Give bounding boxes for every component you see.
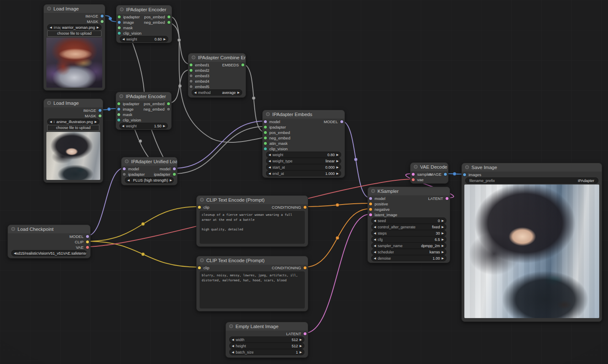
wire-handle[interactable]: [354, 158, 357, 161]
clip-input-port[interactable]: [198, 206, 201, 209]
image-input-port[interactable]: [117, 108, 120, 111]
widget-sampler_name[interactable]: ◀sampler_namedpmpp_2m▶: [371, 243, 446, 249]
widget-weight[interactable]: ◀weight1.50▶: [119, 123, 168, 129]
increment-arrow[interactable]: ▶: [337, 164, 339, 170]
increment-arrow[interactable]: ▶: [300, 337, 302, 342]
CONDITIONING-output-port[interactable]: [304, 206, 307, 209]
model-input-port[interactable]: [264, 120, 267, 123]
collapse-icon[interactable]: [120, 8, 124, 11]
collapse-icon[interactable]: [414, 165, 418, 169]
images-input-port[interactable]: [463, 173, 466, 176]
increment-arrow[interactable]: ▶: [442, 218, 444, 223]
ipadapter-output-port[interactable]: [173, 173, 176, 176]
positive-input-port[interactable]: [369, 202, 372, 205]
widget-weight[interactable]: ◀weight0.60▶: [120, 36, 168, 42]
widget-weight[interactable]: ◀weight0.80▶: [266, 152, 341, 158]
collapse-icon[interactable]: [47, 7, 51, 10]
increment-arrow[interactable]: ▶: [442, 237, 444, 242]
widget-image[interactable]: ◀imagewarrior_woman.png▶: [47, 24, 101, 30]
node-titlebar[interactable]: Load Image: [44, 99, 103, 107]
widget-weight_type[interactable]: ◀weight_typelinear▶: [266, 158, 341, 164]
image-input-port[interactable]: [118, 21, 121, 24]
decrement-arrow[interactable]: ◀: [269, 164, 271, 170]
widget-method[interactable]: ◀methodaverage▶: [192, 89, 242, 96]
clip_vision-input-port[interactable]: [117, 119, 120, 121]
CONDITIONING-output-port[interactable]: [304, 266, 307, 269]
node-ipadapter-combine-embeds[interactable]: IPAdapter Combine Embedsembed1embed2embe…: [188, 53, 246, 98]
collapse-icon[interactable]: [465, 165, 469, 169]
node-ipadapter-embeds[interactable]: IPAdapter Embedsmodelipadapterpos_embedn…: [262, 110, 345, 178]
increment-arrow[interactable]: ▶: [163, 123, 165, 129]
wire-handle[interactable]: [107, 108, 111, 111]
node-titlebar[interactable]: CLIP Text Encode (Prompt): [197, 196, 308, 204]
decrement-arrow[interactable]: ◀: [122, 36, 124, 42]
increment-arrow[interactable]: ▶: [164, 36, 166, 42]
increment-arrow[interactable]: ▶: [238, 90, 240, 95]
increment-arrow[interactable]: ▶: [337, 171, 339, 176]
decrement-arrow[interactable]: ◀: [122, 123, 124, 129]
collapse-icon[interactable]: [192, 56, 195, 59]
embed1-input-port[interactable]: [190, 63, 193, 66]
MODEL-output-port[interactable]: [340, 120, 343, 123]
decrement-arrow[interactable]: ◀: [374, 249, 376, 255]
decrement-arrow[interactable]: ◀: [374, 230, 376, 236]
widget-steps[interactable]: ◀steps30▶: [371, 230, 446, 236]
collapse-icon[interactable]: [200, 198, 204, 202]
model-output-port[interactable]: [173, 167, 176, 170]
VAE-output-port[interactable]: [86, 246, 89, 249]
node-load-checkpoint[interactable]: Load CheckpointMODELCLIPVAE◀sd15/realist…: [8, 225, 91, 258]
pos_embed-output-port[interactable]: [167, 102, 170, 105]
vae-input-port[interactable]: [412, 178, 415, 181]
increment-arrow[interactable]: ▶: [95, 119, 97, 124]
node-titlebar[interactable]: IPAdapter Encoder: [116, 92, 171, 101]
widget-value[interactable]: ◀sd15/realisticVisionV51_v51VAE.safetens…: [11, 250, 87, 256]
choose-file-button[interactable]: choose file to upload: [47, 125, 99, 131]
IMAGE-output-port[interactable]: [444, 173, 447, 176]
model-input-port[interactable]: [369, 197, 372, 200]
node-titlebar[interactable]: Save Image: [462, 163, 602, 172]
node-ipadapter-unified-loader[interactable]: IPAdapter Unified Loadermodelipadaptermo…: [121, 157, 177, 185]
wire-handle[interactable]: [142, 222, 145, 226]
wire-handle[interactable]: [336, 203, 339, 207]
decrement-arrow[interactable]: ◀: [269, 152, 271, 157]
embed3-input-port[interactable]: [190, 74, 193, 77]
MASK-output-port[interactable]: [101, 20, 104, 23]
EMBEDS-output-port[interactable]: [241, 63, 244, 66]
node-graph-canvas[interactable]: Load ImageIMAGEMASK◀imagewarrior_woman.p…: [0, 0, 608, 364]
decrement-arrow[interactable]: ◀: [232, 343, 234, 349]
wire-handle[interactable]: [142, 253, 145, 256]
increment-arrow[interactable]: ▶: [170, 177, 172, 183]
model-input-port[interactable]: [123, 167, 126, 170]
increment-arrow[interactable]: ▶: [442, 255, 444, 261]
prompt-textarea[interactable]: blurry, noisy, messy, lowres, jpeg, arti…: [200, 271, 305, 308]
prompt-textarea[interactable]: closeup of a fierce warrior woman wearin…: [200, 211, 305, 244]
decrement-arrow[interactable]: ◀: [50, 119, 52, 124]
choose-file-button[interactable]: choose file to upload: [47, 30, 101, 37]
ipadapter-input-port[interactable]: [123, 173, 126, 176]
collapse-icon[interactable]: [47, 101, 51, 105]
increment-arrow[interactable]: ▶: [442, 243, 444, 248]
widget-seed[interactable]: ◀seed0▶: [371, 217, 446, 224]
node-titlebar[interactable]: Empty Latent Image: [226, 322, 308, 331]
decrement-arrow[interactable]: ◀: [269, 158, 271, 164]
node-save-image[interactable]: Save Imageimagesfilename_prefixIPAdapter: [461, 163, 602, 322]
node-ksampler[interactable]: KSamplermodelpositivenegativelatent_imag…: [367, 187, 450, 263]
collapse-icon[interactable]: [266, 112, 270, 116]
embed5-input-port[interactable]: [190, 85, 193, 88]
decrement-arrow[interactable]: ◀: [194, 90, 196, 95]
neg_embed-input-port[interactable]: [264, 136, 267, 139]
attn_mask-input-port[interactable]: [264, 142, 267, 145]
wire-handle[interactable]: [453, 172, 456, 176]
collapse-icon[interactable]: [125, 159, 129, 163]
collapse-icon[interactable]: [200, 258, 204, 262]
IMAGE-output-port[interactable]: [101, 15, 104, 18]
node-titlebar[interactable]: IPAdapter Unified Loader: [122, 157, 177, 166]
neg_embed-output-port[interactable]: [167, 108, 170, 111]
clip-input-port[interactable]: [198, 266, 201, 269]
widget-width[interactable]: ◀width512▶: [229, 336, 304, 343]
node-titlebar[interactable]: IPAdapter Embeds: [263, 110, 345, 119]
node-titlebar[interactable]: IPAdapter Encoder: [117, 5, 172, 14]
widget-height[interactable]: ◀height512▶: [229, 343, 304, 349]
ipadapter-input-port[interactable]: [118, 15, 121, 18]
widget-batch_size[interactable]: ◀batch_size1▶: [229, 349, 304, 355]
